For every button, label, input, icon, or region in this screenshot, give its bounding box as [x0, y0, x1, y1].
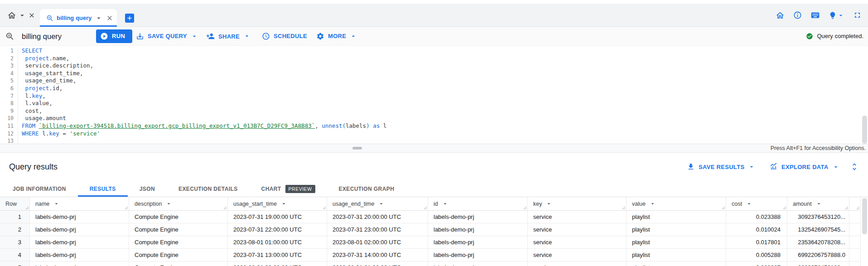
results-vertical-scrollbar[interactable] — [862, 198, 867, 234]
resize-handle-icon[interactable] — [622, 206, 626, 210]
column-header-filler — [849, 197, 861, 211]
column-label: key — [533, 201, 542, 207]
fullscreen-icon[interactable] — [853, 11, 862, 19]
code-text: l.key, — [18, 92, 46, 100]
splitter-drag-handle[interactable] — [352, 147, 362, 150]
resize-handle-icon[interactable] — [722, 206, 725, 210]
results-tab-results[interactable]: RESULTS — [78, 181, 128, 197]
collapse-expand-panel-icon[interactable] — [850, 162, 859, 171]
cell-id: labels-demo-prj — [428, 223, 528, 236]
resize-handle-icon[interactable] — [323, 206, 326, 210]
code-lines: 1SELECT2 project.name,3 service.descript… — [0, 47, 868, 144]
column-header-value[interactable]: value — [627, 197, 726, 211]
home-tab-menu-chevron-down-icon[interactable] — [18, 11, 26, 19]
column-menu-icon[interactable] — [649, 200, 656, 207]
cell-description: Compute Engine — [129, 249, 228, 261]
explore-data-chevron-down-icon — [832, 163, 839, 170]
table-body: 1labels-demo-prjCompute Engine2023-07-31… — [0, 211, 868, 266]
column-header-cost[interactable]: cost — [726, 197, 787, 211]
cell-row: 5 — [0, 261, 30, 266]
resize-handle-icon[interactable] — [125, 206, 128, 210]
column-menu-icon[interactable] — [378, 200, 385, 207]
resize-handle-icon[interactable] — [25, 206, 29, 210]
column-menu-icon[interactable] — [815, 200, 822, 207]
more-label: MORE — [328, 33, 346, 39]
cell-amount: 6992206757888.0 — [787, 249, 849, 261]
resize-handle-icon[interactable] — [223, 206, 227, 210]
editor-vertical-scrollbar[interactable] — [862, 116, 867, 144]
cell-filler — [849, 211, 861, 223]
cell-amount: 3092376453120... — [787, 261, 849, 266]
results-tab-json[interactable]: JSON — [128, 181, 167, 197]
query-title: billing query — [22, 32, 62, 40]
column-header-amount[interactable]: amount — [787, 197, 849, 211]
keyboard-shortcuts-icon[interactable] — [810, 10, 820, 20]
column-header-usage_end_time[interactable]: usage_end_time — [327, 197, 428, 211]
save-results-button[interactable]: SAVE RESULTS — [687, 163, 755, 171]
tab-label: EXECUTION DETAILS — [178, 186, 238, 192]
resize-handle-icon[interactable] — [523, 206, 527, 210]
code-line: 8 l.value, — [0, 100, 868, 107]
column-label: value — [632, 201, 646, 207]
resize-handle-icon[interactable] — [783, 206, 786, 210]
new-tab-button[interactable] — [125, 14, 134, 23]
column-label: name — [35, 201, 49, 207]
run-button[interactable]: RUN — [96, 29, 132, 43]
column-header-key[interactable]: key — [528, 197, 627, 211]
cell-name: labels-demo-prj — [30, 249, 129, 261]
share-button[interactable]: SHARE — [206, 32, 251, 40]
results-tab-execution-graph[interactable]: EXECUTION GRAPH — [327, 181, 406, 197]
code-text: FROM `billing-export-394518.billing_expo… — [18, 122, 386, 130]
query-status-text: Query completed. — [817, 33, 863, 39]
sql-editor[interactable]: 1SELECT2 project.name,3 service.descript… — [0, 46, 868, 144]
results-table: Rownamedescriptionusage_start_timeusage_… — [0, 197, 868, 266]
column-header-usage_start_time[interactable]: usage_start_time — [228, 197, 327, 211]
explore-data-button[interactable]: EXPLORE DATA — [769, 163, 839, 171]
tab-menu-chevron-down-icon[interactable] — [95, 14, 103, 22]
query-icon — [46, 15, 53, 22]
home-tab[interactable] — [4, 4, 39, 27]
tab-billing-query[interactable]: billing query — [40, 9, 117, 27]
cell-cost: 0.017801 — [726, 236, 787, 249]
cell-cost: 0.023387 — [726, 261, 787, 266]
column-menu-icon[interactable] — [545, 200, 552, 207]
column-menu-icon[interactable] — [280, 200, 287, 207]
home-icon[interactable] — [7, 11, 16, 20]
save-query-label: SAVE QUERY — [148, 33, 187, 39]
column-menu-icon[interactable] — [165, 200, 172, 207]
schedule-button[interactable]: SCHEDULE — [262, 32, 307, 40]
cell-usage_start_time: 2023-08-01 00:00:00 UTC — [228, 261, 327, 266]
assistant-lightbulb-group[interactable] — [829, 11, 844, 19]
more-chevron-down-icon — [350, 33, 357, 40]
share-chevron-down-icon — [243, 33, 251, 40]
resize-handle-icon[interactable] — [856, 206, 860, 210]
cell-description: Compute Engine — [129, 211, 228, 223]
column-header-id[interactable]: id — [428, 197, 528, 211]
column-menu-icon[interactable] — [442, 200, 448, 207]
resize-handle-icon[interactable] — [845, 206, 849, 210]
home-tab-close-icon[interactable] — [28, 12, 35, 19]
cell-amount: 3092376453120... — [787, 211, 849, 223]
results-tab-chart[interactable]: CHARTPREVIEW — [250, 181, 327, 197]
column-menu-icon[interactable] — [53, 200, 60, 207]
tab-close-icon[interactable] — [106, 15, 113, 22]
line-number: 3 — [0, 62, 18, 70]
column-menu-icon[interactable] — [746, 200, 752, 207]
lightbulb-icon — [829, 11, 837, 19]
line-number: 11 — [0, 122, 18, 130]
save-query-button[interactable]: SAVE QUERY — [136, 32, 198, 40]
more-button[interactable]: MORE — [316, 32, 357, 40]
editor-results-splitter: Press Alt+F1 for Accessibility Options. — [0, 144, 868, 153]
cell-id: labels-demo-prj — [428, 261, 528, 266]
tab-label: RESULTS — [90, 186, 116, 192]
info-icon[interactable] — [793, 11, 802, 19]
column-label: description — [135, 201, 162, 207]
cell-key: service — [528, 249, 627, 261]
results-tab-execution-details[interactable]: EXECUTION DETAILS — [167, 181, 250, 197]
column-header-description[interactable]: description — [129, 197, 228, 211]
results-tab-job-information[interactable]: JOB INFORMATION — [1, 181, 78, 197]
pin-home-icon[interactable] — [776, 11, 785, 20]
save-results-chevron-down-icon — [748, 163, 755, 170]
resize-handle-icon[interactable] — [424, 206, 427, 210]
column-header-name[interactable]: name — [30, 197, 129, 211]
